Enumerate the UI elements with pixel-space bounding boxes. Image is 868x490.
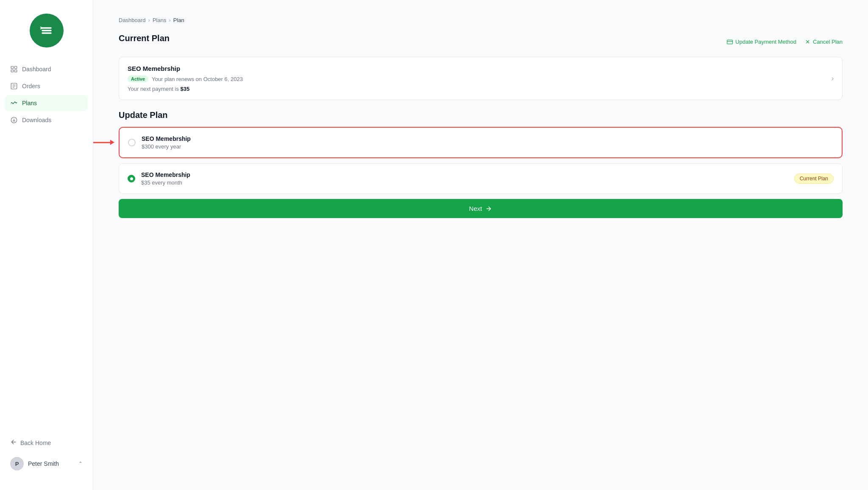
sidebar-item-label: Dashboard (22, 66, 51, 73)
sidebar-item-orders[interactable]: Orders (5, 78, 88, 94)
breadcrumb-sep-1: › (148, 17, 150, 23)
svg-rect-3 (15, 70, 17, 72)
breadcrumb-plan: Plan (173, 17, 184, 23)
logo-area (0, 10, 93, 61)
sidebar-nav: Dashboard Orders Plans Downloads (0, 61, 93, 434)
svg-rect-1 (15, 66, 17, 68)
plan-option-name: SEO Memebrship (141, 171, 190, 178)
plan-option-price: $300 every year (142, 143, 191, 150)
breadcrumb: Dashboard › Plans › Plan (119, 17, 843, 23)
plan-option-yearly[interactable]: SEO Memebrship $300 every year (119, 127, 843, 158)
plan-status-row: Active Your plan renews on October 6, 20… (128, 76, 243, 82)
svg-rect-2 (11, 70, 13, 72)
brand-logo (30, 14, 64, 48)
plan-actions: Update Payment Method Cancel Plan (727, 39, 843, 45)
breadcrumb-plans[interactable]: Plans (153, 17, 167, 23)
current-plan-card[interactable]: SEO Memebrship Active Your plan renews o… (119, 57, 843, 100)
sidebar-item-downloads[interactable]: Downloads (5, 112, 88, 128)
update-payment-link[interactable]: Update Payment Method (727, 39, 796, 45)
arrow-right-icon (485, 205, 492, 212)
breadcrumb-sep-2: › (169, 17, 170, 23)
user-area[interactable]: P Peter Smith ⌃ (5, 453, 88, 475)
radio-button-yearly[interactable] (128, 139, 136, 146)
sidebar-item-label: Plans (22, 100, 37, 106)
back-arrow-icon (10, 439, 17, 447)
plan-payment-text: Your next payment is $35 (128, 86, 243, 92)
plan-card-name: SEO Memebrship (128, 65, 243, 72)
sidebar: Dashboard Orders Plans Downloads (0, 0, 93, 490)
plan-option-name: SEO Memebrship (142, 135, 191, 142)
update-plan-section: Update Plan SEO Memebrship $300 every ye… (119, 110, 843, 218)
chevron-up-icon: ⌃ (78, 461, 83, 467)
plan-card-info: SEO Memebrship Active Your plan renews o… (128, 65, 243, 92)
plan-option-monthly[interactable]: SEO Memebrship $35 every month Current P… (119, 163, 843, 194)
user-name: Peter Smith (28, 460, 74, 467)
current-plan-header: Current Plan Update Payment Method Cance… (119, 34, 843, 50)
credit-card-icon (727, 39, 733, 45)
plans-icon (10, 99, 18, 107)
arrow-line (93, 142, 111, 143)
arrow-annotation (93, 142, 111, 143)
breadcrumb-dashboard[interactable]: Dashboard (119, 17, 146, 23)
sidebar-item-dashboard[interactable]: Dashboard (5, 61, 88, 77)
back-home-link[interactable]: Back Home (5, 434, 88, 451)
next-button[interactable]: Next (119, 199, 843, 218)
status-badge: Active (128, 76, 148, 82)
back-home-label: Back Home (20, 440, 51, 446)
plan-option-details: SEO Memebrship $300 every year (142, 135, 191, 150)
orders-icon (10, 82, 18, 90)
current-plan-title: Current Plan (119, 34, 170, 43)
sidebar-bottom: Back Home P Peter Smith ⌃ (0, 434, 93, 480)
svg-rect-0 (11, 66, 13, 68)
x-icon (805, 39, 810, 45)
plan-option-left: SEO Memebrship $300 every year (128, 135, 191, 150)
downloads-icon (10, 116, 18, 124)
plan-payment-amount: $35 (181, 86, 190, 92)
sidebar-item-plans[interactable]: Plans (5, 95, 88, 111)
plan-option-left: SEO Memebrship $35 every month (128, 171, 190, 186)
main-content: Dashboard › Plans › Plan Current Plan Up… (93, 0, 868, 490)
dashboard-icon (10, 65, 18, 73)
avatar: P (10, 457, 24, 470)
plan-option-details: SEO Memebrship $35 every month (141, 171, 190, 186)
plan-option-price: $35 every month (141, 179, 190, 186)
svg-rect-6 (727, 40, 733, 44)
cancel-plan-link[interactable]: Cancel Plan (805, 39, 843, 45)
radio-button-monthly[interactable] (128, 175, 135, 182)
current-plan-badge: Current Plan (794, 174, 834, 184)
sidebar-item-label: Orders (22, 83, 40, 90)
logo-icon (36, 20, 57, 41)
plan-card-chevron-icon: › (832, 75, 834, 82)
update-plan-title: Update Plan (119, 110, 843, 120)
sidebar-item-label: Downloads (22, 117, 51, 123)
plan-renew-text: Your plan renews on October 6, 2023 (152, 76, 243, 82)
